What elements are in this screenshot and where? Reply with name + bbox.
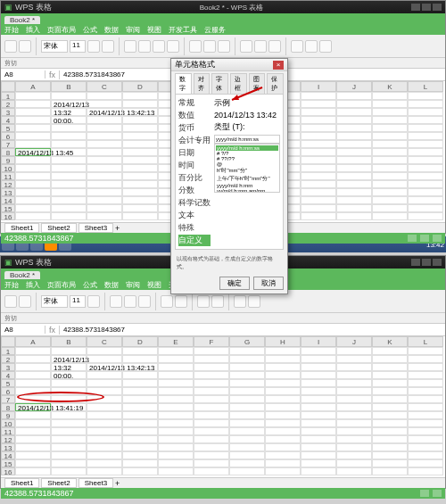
tab-number[interactable]: 数字 (175, 73, 192, 94)
cell[interactable] (408, 92, 443, 100)
cell[interactable] (15, 355, 51, 363)
menu-insert[interactable]: 插入 (26, 280, 40, 290)
col-header[interactable]: J (336, 336, 372, 347)
cell[interactable] (15, 92, 51, 100)
cell[interactable] (15, 411, 51, 419)
cell[interactable] (51, 92, 87, 100)
cell[interactable] (265, 451, 301, 459)
formula-input[interactable]: 42388.5731843867 (60, 326, 445, 334)
find-button[interactable] (248, 295, 260, 308)
sheet-tab-3[interactable]: Sheet3 (78, 478, 113, 488)
cell[interactable] (265, 435, 301, 443)
cell[interactable] (51, 164, 87, 172)
cell[interactable] (265, 427, 301, 435)
cell[interactable] (372, 395, 408, 403)
cell[interactable] (372, 116, 408, 124)
cell[interactable] (87, 188, 122, 196)
cell[interactable] (51, 196, 87, 204)
cell[interactable] (372, 140, 408, 148)
cell[interactable] (372, 427, 408, 435)
cell[interactable] (336, 116, 372, 124)
cell[interactable] (301, 196, 336, 204)
cell[interactable] (158, 403, 194, 411)
col-header[interactable]: B (51, 81, 87, 92)
cell[interactable] (194, 395, 229, 403)
cat-fraction[interactable]: 分数 (178, 185, 211, 196)
col-header[interactable]: I (301, 81, 336, 92)
cell[interactable] (336, 148, 372, 156)
cell[interactable] (51, 212, 87, 220)
cell[interactable] (122, 451, 158, 459)
cell[interactable] (15, 451, 51, 459)
font-select[interactable]: 宋体 (41, 295, 68, 308)
cell[interactable] (301, 443, 336, 451)
cell[interactable] (372, 172, 408, 180)
cell[interactable] (265, 403, 301, 411)
cell[interactable] (122, 411, 158, 419)
file-tab[interactable]: Book2 * (4, 271, 40, 279)
cell[interactable] (122, 140, 158, 148)
cell[interactable] (194, 387, 229, 395)
cell[interactable] (301, 411, 336, 419)
cell[interactable] (301, 124, 336, 132)
cell[interactable] (301, 164, 336, 172)
align-center-button[interactable] (138, 40, 151, 53)
cell[interactable] (51, 347, 87, 355)
cell[interactable] (229, 459, 265, 467)
cell[interactable] (372, 100, 408, 108)
cell[interactable] (87, 387, 122, 395)
cell[interactable] (372, 156, 408, 164)
view-normal-button[interactable] (408, 235, 417, 242)
cell[interactable] (51, 188, 87, 196)
cat-text[interactable]: 文本 (178, 210, 211, 221)
cut-button[interactable] (19, 295, 31, 308)
cell[interactable] (194, 371, 229, 379)
cell[interactable] (122, 467, 158, 475)
cell[interactable] (122, 180, 158, 188)
sheet-tab-2[interactable]: Sheet2 (41, 223, 76, 233)
cell[interactable] (372, 180, 408, 188)
cell[interactable] (122, 132, 158, 140)
cell[interactable] (336, 459, 372, 467)
cell[interactable] (372, 148, 408, 156)
cell[interactable] (372, 92, 408, 100)
cell[interactable] (122, 435, 158, 443)
cell[interactable] (336, 451, 372, 459)
cell[interactable] (301, 100, 336, 108)
add-sheet-button[interactable]: + (115, 479, 120, 488)
tab-protect[interactable]: 保护 (267, 73, 284, 94)
cell[interactable] (122, 347, 158, 355)
col-header[interactable]: H (265, 336, 301, 347)
fontsize-select[interactable]: 11 (70, 295, 86, 308)
cell[interactable] (158, 451, 194, 459)
sheet-tab-2[interactable]: Sheet2 (41, 478, 76, 488)
cell[interactable] (372, 435, 408, 443)
cell[interactable]: 2014/12/13 13:42:13 (87, 363, 122, 371)
cell[interactable] (158, 387, 194, 395)
cell[interactable] (301, 140, 336, 148)
cell[interactable] (372, 379, 408, 387)
cell[interactable] (15, 132, 51, 140)
cell[interactable] (15, 435, 51, 443)
cell[interactable] (122, 196, 158, 204)
type-opt-5[interactable]: 上午/下午h"时"mm"分" (216, 175, 278, 183)
insert-button[interactable] (305, 40, 318, 53)
cell[interactable] (372, 355, 408, 363)
menu-formula[interactable]: 公式 (83, 280, 97, 290)
cell[interactable] (15, 140, 51, 148)
bold-button[interactable] (87, 295, 100, 308)
cell[interactable] (229, 363, 265, 371)
cell[interactable] (229, 451, 265, 459)
cell[interactable] (15, 124, 51, 132)
cell[interactable] (301, 419, 336, 427)
cell[interactable] (87, 347, 122, 355)
cell[interactable] (15, 347, 51, 355)
cell[interactable] (408, 379, 443, 387)
cell[interactable] (265, 379, 301, 387)
cell[interactable] (122, 443, 158, 451)
row-header[interactable]: 9 (1, 411, 15, 419)
close-button[interactable] (433, 259, 442, 266)
cell[interactable] (229, 443, 265, 451)
cell[interactable] (15, 156, 51, 164)
name-box[interactable]: A8 (1, 70, 45, 78)
